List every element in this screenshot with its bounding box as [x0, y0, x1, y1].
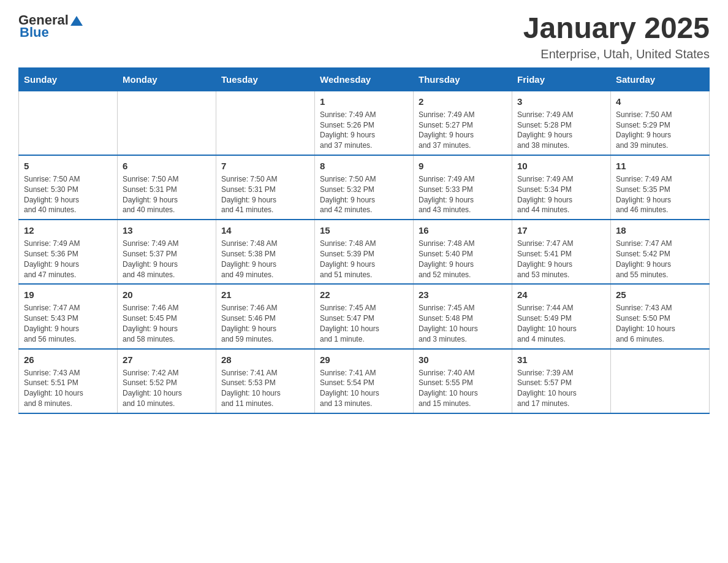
- day-info: Sunrise: 7:43 AM Sunset: 5:51 PM Dayligh…: [24, 368, 112, 409]
- day-number: 8: [320, 159, 408, 172]
- page-header: General Blue January 2025 Enterprise, Ut…: [18, 12, 710, 61]
- day-number: 19: [24, 288, 112, 301]
- calendar-cell: 22Sunrise: 7:45 AM Sunset: 5:47 PM Dayli…: [315, 284, 414, 348]
- calendar-cell: 8Sunrise: 7:50 AM Sunset: 5:32 PM Daylig…: [315, 155, 414, 220]
- calendar-cell: 28Sunrise: 7:41 AM Sunset: 5:53 PM Dayli…: [216, 349, 315, 413]
- calendar-cell: 20Sunrise: 7:46 AM Sunset: 5:45 PM Dayli…: [118, 284, 216, 348]
- day-number: 25: [616, 288, 704, 301]
- calendar-cell: 1Sunrise: 7:49 AM Sunset: 5:26 PM Daylig…: [315, 91, 414, 155]
- calendar-cell: 26Sunrise: 7:43 AM Sunset: 5:51 PM Dayli…: [19, 349, 118, 413]
- calendar-cell: 21Sunrise: 7:46 AM Sunset: 5:46 PM Dayli…: [216, 284, 315, 348]
- day-info: Sunrise: 7:44 AM Sunset: 5:49 PM Dayligh…: [517, 303, 605, 344]
- day-info: Sunrise: 7:40 AM Sunset: 5:55 PM Dayligh…: [419, 368, 507, 409]
- weekday-header-saturday: Saturday: [611, 67, 710, 91]
- calendar-cell: 27Sunrise: 7:42 AM Sunset: 5:52 PM Dayli…: [118, 349, 216, 413]
- day-number: 31: [517, 353, 605, 366]
- calendar-cell: 13Sunrise: 7:49 AM Sunset: 5:37 PM Dayli…: [118, 220, 216, 284]
- calendar-cell: [19, 91, 118, 155]
- day-info: Sunrise: 7:49 AM Sunset: 5:26 PM Dayligh…: [320, 110, 408, 151]
- calendar-week-row: 19Sunrise: 7:47 AM Sunset: 5:43 PM Dayli…: [19, 284, 710, 348]
- calendar-cell: 17Sunrise: 7:47 AM Sunset: 5:41 PM Dayli…: [512, 220, 611, 284]
- day-info: Sunrise: 7:46 AM Sunset: 5:45 PM Dayligh…: [123, 303, 211, 344]
- calendar-cell: 30Sunrise: 7:40 AM Sunset: 5:55 PM Dayli…: [414, 349, 512, 413]
- calendar-week-row: 5Sunrise: 7:50 AM Sunset: 5:30 PM Daylig…: [19, 155, 710, 220]
- day-info: Sunrise: 7:49 AM Sunset: 5:27 PM Dayligh…: [419, 110, 507, 151]
- day-info: Sunrise: 7:47 AM Sunset: 5:41 PM Dayligh…: [517, 239, 605, 280]
- day-info: Sunrise: 7:47 AM Sunset: 5:43 PM Dayligh…: [24, 303, 112, 344]
- day-number: 17: [517, 224, 605, 237]
- day-info: Sunrise: 7:50 AM Sunset: 5:32 PM Dayligh…: [320, 174, 408, 215]
- calendar-cell: 24Sunrise: 7:44 AM Sunset: 5:49 PM Dayli…: [512, 284, 611, 348]
- day-number: 13: [123, 224, 211, 237]
- calendar-cell: 5Sunrise: 7:50 AM Sunset: 5:30 PM Daylig…: [19, 155, 118, 220]
- weekday-header-wednesday: Wednesday: [315, 67, 414, 91]
- weekday-header-sunday: Sunday: [19, 67, 118, 91]
- day-number: 21: [221, 288, 309, 301]
- calendar-cell: 2Sunrise: 7:49 AM Sunset: 5:27 PM Daylig…: [414, 91, 512, 155]
- calendar-body: 1Sunrise: 7:49 AM Sunset: 5:26 PM Daylig…: [19, 91, 710, 413]
- day-info: Sunrise: 7:48 AM Sunset: 5:40 PM Dayligh…: [419, 239, 507, 280]
- calendar-cell: 10Sunrise: 7:49 AM Sunset: 5:34 PM Dayli…: [512, 155, 611, 220]
- day-number: 5: [24, 159, 112, 172]
- day-number: 26: [24, 353, 112, 366]
- day-info: Sunrise: 7:49 AM Sunset: 5:33 PM Dayligh…: [419, 174, 507, 215]
- day-number: 7: [221, 159, 309, 172]
- calendar-cell: 19Sunrise: 7:47 AM Sunset: 5:43 PM Dayli…: [19, 284, 118, 348]
- calendar-header: SundayMondayTuesdayWednesdayThursdayFrid…: [19, 67, 710, 91]
- day-number: 23: [419, 288, 507, 301]
- day-info: Sunrise: 7:49 AM Sunset: 5:35 PM Dayligh…: [616, 174, 704, 215]
- day-info: Sunrise: 7:49 AM Sunset: 5:34 PM Dayligh…: [517, 174, 605, 215]
- calendar-cell: 6Sunrise: 7:50 AM Sunset: 5:31 PM Daylig…: [118, 155, 216, 220]
- day-number: 18: [616, 224, 704, 237]
- day-info: Sunrise: 7:50 AM Sunset: 5:30 PM Dayligh…: [24, 174, 112, 215]
- day-info: Sunrise: 7:45 AM Sunset: 5:48 PM Dayligh…: [419, 303, 507, 344]
- day-number: 15: [320, 224, 408, 237]
- weekday-header-friday: Friday: [512, 67, 611, 91]
- calendar-cell: [611, 349, 710, 413]
- day-number: 9: [419, 159, 507, 172]
- calendar-cell: [118, 91, 216, 155]
- calendar-cell: 29Sunrise: 7:41 AM Sunset: 5:54 PM Dayli…: [315, 349, 414, 413]
- day-info: Sunrise: 7:46 AM Sunset: 5:46 PM Dayligh…: [221, 303, 309, 344]
- day-number: 14: [221, 224, 309, 237]
- calendar-cell: 31Sunrise: 7:39 AM Sunset: 5:57 PM Dayli…: [512, 349, 611, 413]
- day-info: Sunrise: 7:50 AM Sunset: 5:31 PM Dayligh…: [123, 174, 211, 215]
- day-info: Sunrise: 7:42 AM Sunset: 5:52 PM Dayligh…: [123, 368, 211, 409]
- title-section: January 2025 Enterprise, Utah, United St…: [523, 12, 710, 61]
- day-number: 16: [419, 224, 507, 237]
- day-number: 24: [517, 288, 605, 301]
- weekday-header-row: SundayMondayTuesdayWednesdayThursdayFrid…: [19, 67, 710, 91]
- day-info: Sunrise: 7:43 AM Sunset: 5:50 PM Dayligh…: [616, 303, 704, 344]
- day-info: Sunrise: 7:41 AM Sunset: 5:53 PM Dayligh…: [221, 368, 309, 409]
- day-number: 3: [517, 95, 605, 108]
- day-info: Sunrise: 7:45 AM Sunset: 5:47 PM Dayligh…: [320, 303, 408, 344]
- day-info: Sunrise: 7:39 AM Sunset: 5:57 PM Dayligh…: [517, 368, 605, 409]
- calendar-cell: 9Sunrise: 7:49 AM Sunset: 5:33 PM Daylig…: [414, 155, 512, 220]
- day-info: Sunrise: 7:49 AM Sunset: 5:36 PM Dayligh…: [24, 239, 112, 280]
- calendar-cell: 3Sunrise: 7:49 AM Sunset: 5:28 PM Daylig…: [512, 91, 611, 155]
- calendar-cell: 14Sunrise: 7:48 AM Sunset: 5:38 PM Dayli…: [216, 220, 315, 284]
- calendar-cell: 7Sunrise: 7:50 AM Sunset: 5:31 PM Daylig…: [216, 155, 315, 220]
- day-info: Sunrise: 7:47 AM Sunset: 5:42 PM Dayligh…: [616, 239, 704, 280]
- calendar-cell: 12Sunrise: 7:49 AM Sunset: 5:36 PM Dayli…: [19, 220, 118, 284]
- day-number: 20: [123, 288, 211, 301]
- calendar-cell: 11Sunrise: 7:49 AM Sunset: 5:35 PM Dayli…: [611, 155, 710, 220]
- calendar-week-row: 1Sunrise: 7:49 AM Sunset: 5:26 PM Daylig…: [19, 91, 710, 155]
- calendar-cell: 23Sunrise: 7:45 AM Sunset: 5:48 PM Dayli…: [414, 284, 512, 348]
- calendar-cell: 15Sunrise: 7:48 AM Sunset: 5:39 PM Dayli…: [315, 220, 414, 284]
- day-info: Sunrise: 7:50 AM Sunset: 5:31 PM Dayligh…: [221, 174, 309, 215]
- weekday-header-monday: Monday: [118, 67, 216, 91]
- day-number: 27: [123, 353, 211, 366]
- day-number: 29: [320, 353, 408, 366]
- day-number: 12: [24, 224, 112, 237]
- logo: General Blue: [18, 12, 83, 40]
- calendar-table: SundayMondayTuesdayWednesdayThursdayFrid…: [18, 67, 710, 414]
- day-info: Sunrise: 7:48 AM Sunset: 5:38 PM Dayligh…: [221, 239, 309, 280]
- day-number: 28: [221, 353, 309, 366]
- calendar-week-row: 12Sunrise: 7:49 AM Sunset: 5:36 PM Dayli…: [19, 220, 710, 284]
- day-number: 10: [517, 159, 605, 172]
- day-info: Sunrise: 7:49 AM Sunset: 5:28 PM Dayligh…: [517, 110, 605, 151]
- day-number: 6: [123, 159, 211, 172]
- calendar-cell: 18Sunrise: 7:47 AM Sunset: 5:42 PM Dayli…: [611, 220, 710, 284]
- day-number: 1: [320, 95, 408, 108]
